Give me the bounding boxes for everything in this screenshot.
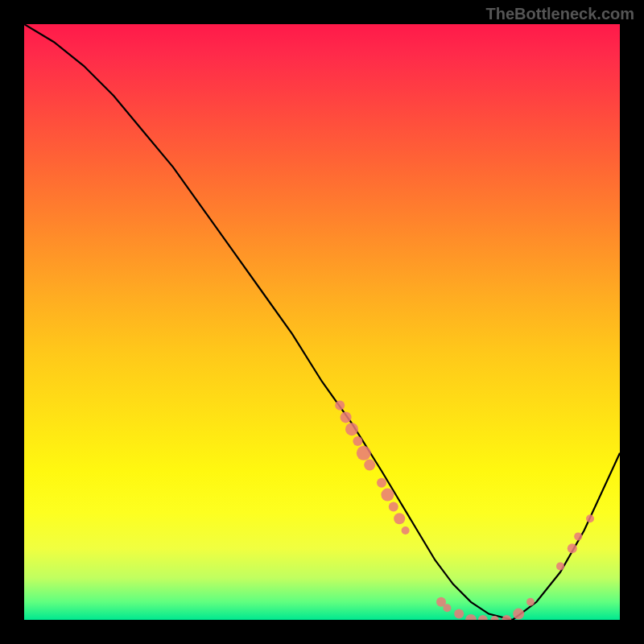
data-point xyxy=(377,478,386,488)
data-point xyxy=(353,436,362,446)
data-point xyxy=(357,446,371,460)
watermark-text: TheBottleneck.com xyxy=(486,5,634,23)
data-point xyxy=(513,609,524,620)
data-point xyxy=(478,615,488,620)
scatter-points xyxy=(335,401,594,620)
data-point xyxy=(335,401,345,411)
data-point xyxy=(364,460,375,471)
data-point xyxy=(345,423,358,436)
data-point xyxy=(394,513,405,524)
data-point xyxy=(454,609,464,619)
data-point xyxy=(341,411,352,423)
plot-area xyxy=(24,24,620,620)
data-point xyxy=(574,532,582,540)
data-point xyxy=(502,615,511,620)
data-point xyxy=(526,598,535,606)
data-point xyxy=(556,562,564,570)
chart-svg xyxy=(24,24,620,620)
data-point xyxy=(402,526,410,535)
data-point xyxy=(586,514,594,522)
data-point xyxy=(381,489,394,502)
bottleneck-curve xyxy=(24,24,620,620)
data-point xyxy=(389,502,398,511)
data-point xyxy=(465,614,477,620)
data-point xyxy=(568,543,577,553)
data-point xyxy=(443,604,451,612)
